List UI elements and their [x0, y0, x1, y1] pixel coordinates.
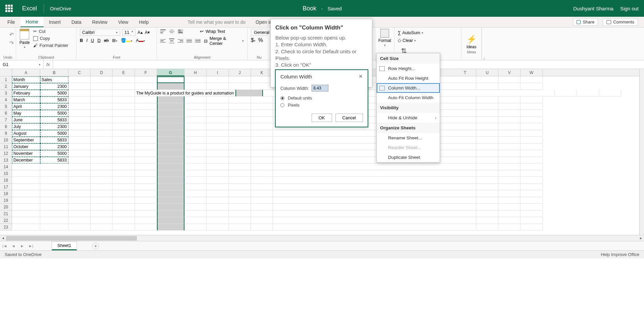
cell[interactable] — [113, 197, 135, 204]
cell[interactable] — [91, 184, 113, 190]
hscroll-thumb[interactable] — [6, 236, 137, 241]
cell[interactable]: 5833 — [40, 97, 68, 103]
cell[interactable] — [68, 130, 91, 137]
document-title[interactable]: Book — [303, 5, 316, 12]
cell[interactable] — [91, 204, 113, 210]
cut-button[interactable]: ✂Cut — [33, 29, 68, 34]
cell[interactable] — [251, 164, 273, 170]
cell[interactable] — [454, 177, 476, 184]
cell[interactable] — [454, 217, 476, 224]
cell[interactable] — [184, 197, 207, 204]
font-color-button[interactable]: A▾ — [136, 38, 145, 43]
cell[interactable] — [207, 97, 229, 103]
cell[interactable]: 2300 — [40, 83, 68, 90]
merge-center-button[interactable]: ⊟Merge & Center▾ — [204, 36, 244, 46]
cell[interactable] — [521, 130, 543, 137]
row-header-15[interactable]: 15 — [0, 170, 12, 177]
clear-button[interactable]: ◇Clear▾ — [398, 38, 423, 43]
cell[interactable] — [113, 83, 135, 90]
cell[interactable] — [157, 110, 184, 117]
cell[interactable] — [91, 83, 113, 90]
cell[interactable] — [135, 170, 157, 177]
cell[interactable] — [157, 210, 184, 217]
cell[interactable] — [91, 76, 113, 83]
help-improve-link[interactable]: Help Improve Office — [601, 252, 639, 257]
column-header-F[interactable]: F — [135, 69, 157, 76]
cell[interactable] — [229, 97, 251, 103]
cell[interactable] — [184, 224, 207, 231]
cell[interactable] — [68, 83, 91, 90]
copy-button[interactable]: Copy — [33, 36, 68, 41]
font-name-dropdown[interactable]: Calibri▾ — [80, 29, 120, 36]
cell[interactable] — [113, 123, 135, 130]
cell[interactable] — [521, 164, 543, 170]
cell[interactable]: Month — [12, 76, 40, 83]
cell[interactable] — [135, 184, 157, 190]
default-units-radio[interactable]: Default units — [280, 96, 363, 101]
increase-indent-button[interactable] — [195, 39, 201, 43]
cell[interactable] — [521, 177, 543, 184]
cell[interactable] — [229, 170, 251, 177]
cell[interactable] — [113, 157, 135, 164]
row-header-10[interactable]: 10 — [0, 137, 12, 143]
align-left-button[interactable] — [160, 39, 166, 43]
cell[interactable] — [157, 123, 184, 130]
cell[interactable] — [498, 204, 521, 210]
cell[interactable] — [521, 184, 543, 190]
cell[interactable] — [40, 177, 68, 184]
cell[interactable] — [68, 217, 91, 224]
column-header-H[interactable]: H — [184, 69, 207, 76]
grow-font-button[interactable]: A▴ — [138, 30, 143, 35]
cell[interactable] — [207, 123, 229, 130]
cell[interactable] — [454, 123, 476, 130]
fx-button[interactable]: fx — [44, 60, 53, 69]
cell[interactable] — [454, 210, 476, 217]
cell[interactable] — [476, 130, 498, 137]
cell[interactable] — [251, 197, 273, 204]
cell[interactable] — [184, 190, 207, 197]
cell[interactable] — [91, 210, 113, 217]
column-width-input[interactable] — [312, 85, 328, 91]
tab-home[interactable]: Home — [20, 17, 44, 27]
column-header-V[interactable]: V — [498, 69, 521, 76]
cell[interactable] — [207, 177, 229, 184]
row-header-2[interactable]: 2 — [0, 83, 12, 90]
row-header-12[interactable]: 12 — [0, 150, 12, 157]
cell[interactable] — [68, 210, 91, 217]
cell[interactable] — [184, 143, 207, 150]
cell[interactable] — [157, 83, 184, 90]
align-bottom-button[interactable] — [178, 29, 183, 34]
cell[interactable] — [454, 83, 476, 90]
cell[interactable] — [184, 123, 207, 130]
tab-review[interactable]: Review — [87, 17, 113, 27]
cell[interactable]: May — [12, 110, 40, 117]
cell[interactable] — [207, 190, 229, 197]
column-header-E[interactable]: E — [113, 69, 135, 76]
cell[interactable] — [207, 217, 229, 224]
cell[interactable] — [68, 90, 91, 97]
cell[interactable] — [498, 103, 521, 110]
double-underline-button[interactable]: D — [97, 38, 100, 43]
cancel-button[interactable]: Cancel — [335, 114, 363, 122]
cell[interactable]: 5833 — [40, 157, 68, 164]
cell[interactable] — [251, 217, 273, 224]
share-button[interactable]: Share — [573, 18, 598, 26]
cell[interactable] — [229, 217, 251, 224]
cell[interactable]: 5000 — [40, 110, 68, 117]
cell[interactable] — [40, 217, 68, 224]
format-painter-button[interactable]: 🖌Format Painter — [33, 43, 68, 48]
align-top-button[interactable] — [160, 29, 166, 34]
cell[interactable] — [12, 210, 40, 217]
row-header-20[interactable]: 20 — [0, 204, 12, 210]
cell[interactable] — [135, 210, 157, 217]
cell[interactable] — [135, 150, 157, 157]
cell[interactable] — [498, 83, 521, 90]
cell[interactable] — [476, 190, 498, 197]
row-header-19[interactable]: 19 — [0, 197, 12, 204]
cell[interactable] — [184, 170, 207, 177]
cell[interactable] — [135, 204, 157, 210]
cell[interactable] — [68, 164, 91, 170]
cell[interactable] — [157, 164, 184, 170]
cell[interactable]: November — [12, 150, 40, 157]
cell[interactable] — [251, 210, 273, 217]
